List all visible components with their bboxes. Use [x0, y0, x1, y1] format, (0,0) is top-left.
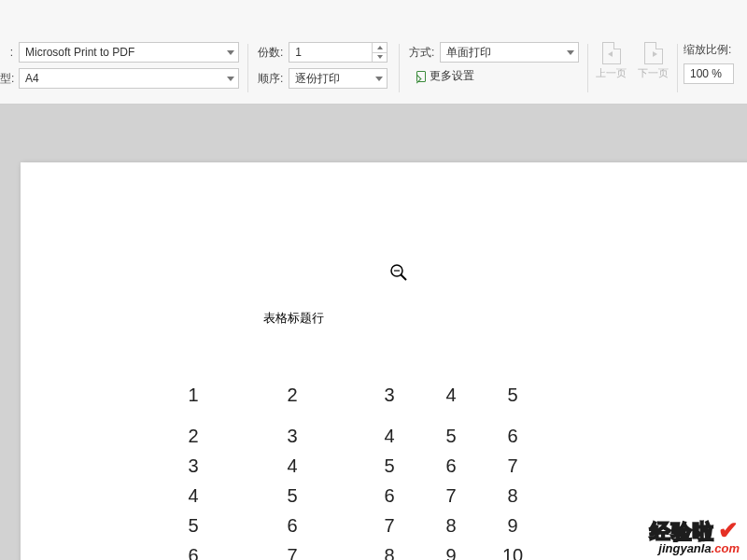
order-combo[interactable]: 逐份打印 [289, 68, 388, 89]
printer-combo[interactable]: Microsoft Print to PDF [19, 42, 239, 63]
table-cell: 6 [359, 481, 420, 511]
toolbar-inner: : Microsoft Print to PDF 型: A4 份数: 1 [0, 42, 747, 104]
magnifier-cursor-icon [389, 263, 408, 282]
table-row: 1 2 3 4 5 [161, 385, 543, 421]
table-row: 3 4 5 6 7 [161, 451, 543, 481]
table-cell: 7 [359, 511, 420, 540]
table-row: 5 6 7 8 9 [161, 511, 543, 540]
table-cell: 7 [482, 451, 543, 481]
group-mode: 方式: 单面打印 更多设置 [400, 42, 588, 98]
paper-combo[interactable]: A4 [19, 68, 239, 89]
group-page-nav: 上一页 下一页 [588, 42, 678, 98]
row-copies: 份数: 1 [258, 42, 390, 63]
chevron-down-icon [227, 77, 234, 81]
table-cell: 9 [482, 511, 543, 540]
table-title-row: 表格标题行 [263, 310, 324, 327]
table-cell: 8 [482, 481, 543, 511]
table-cell: 5 [420, 421, 482, 451]
table-cell: 9 [420, 540, 482, 560]
table-cell: 6 [482, 421, 543, 451]
row-paper: 型: A4 [0, 68, 239, 89]
table-row: 2 3 4 5 6 [161, 421, 543, 451]
row-more-settings: 更多设置 [413, 68, 579, 84]
table-cell: 2 [226, 385, 359, 421]
table-cell: 7 [226, 540, 359, 560]
spinner-buttons [372, 43, 387, 62]
table-cell: 5 [226, 481, 359, 511]
prev-page-label: 上一页 [596, 66, 627, 80]
table-cell: 5 [161, 511, 226, 540]
group-copies: 份数: 1 顺序: 逐份打印 [248, 42, 400, 98]
table-cell: 3 [226, 421, 359, 451]
table-cell: 3 [359, 385, 420, 421]
toolbar: : Microsoft Print to PDF 型: A4 份数: 1 [0, 0, 747, 105]
chevron-down-icon [567, 50, 574, 55]
table-cell: 10 [482, 540, 543, 560]
paper-label: 型: [0, 71, 13, 87]
spinner-up[interactable] [373, 43, 387, 52]
table-cell: 8 [359, 540, 420, 560]
paper-page: 表格标题行 1 2 3 4 5 2 3 4 5 6 3 4 5 6 7 [21, 162, 747, 560]
copies-label: 份数: [258, 45, 283, 61]
table-cell: 8 [420, 511, 482, 540]
copies-spinner[interactable]: 1 [289, 42, 388, 63]
table-cell: 6 [161, 540, 226, 560]
table-cell: 5 [482, 385, 543, 421]
zoom-label: 缩放比例: [684, 42, 743, 58]
table-row: 4 5 6 7 8 [161, 481, 543, 511]
group-printer: : Microsoft Print to PDF 型: A4 [0, 42, 248, 98]
more-settings-link[interactable]: 更多设置 [413, 68, 474, 84]
table-cell: 4 [359, 421, 420, 451]
table-cell: 7 [420, 481, 482, 511]
svg-point-0 [391, 265, 402, 276]
chevron-up-icon [377, 46, 383, 49]
next-page-button: 下一页 [638, 42, 669, 80]
svg-line-1 [401, 274, 406, 280]
row-printer: : Microsoft Print to PDF [0, 42, 239, 63]
zoom-value: 100 % [690, 67, 722, 80]
mode-value: 单面打印 [446, 45, 491, 61]
table-cell: 1 [161, 385, 226, 421]
order-value: 逐份打印 [295, 71, 340, 87]
next-page-label: 下一页 [638, 66, 669, 80]
row-mode: 方式: 单面打印 [409, 42, 579, 63]
group-zoom: 缩放比例: 100 % [678, 42, 743, 98]
table-cell: 4 [226, 451, 359, 481]
row-order: 顺序: 逐份打印 [258, 68, 390, 89]
table-cell: 2 [161, 421, 226, 451]
print-preview-area[interactable]: 表格标题行 1 2 3 4 5 2 3 4 5 6 3 4 5 6 7 [0, 105, 747, 560]
mode-combo[interactable]: 单面打印 [440, 42, 579, 63]
table-cell: 5 [359, 451, 420, 481]
prev-page-icon [602, 42, 621, 64]
zoom-combo[interactable]: 100 % [684, 63, 734, 84]
table-cell: 3 [161, 451, 226, 481]
spinner-down[interactable] [373, 52, 387, 63]
next-page-icon [644, 42, 663, 64]
copies-value: 1 [295, 46, 302, 59]
table-cell: 4 [161, 481, 226, 511]
settings-page-icon [413, 70, 426, 83]
chevron-down-icon [227, 50, 234, 55]
table-cell: 6 [226, 511, 359, 540]
prev-page-button: 上一页 [596, 42, 627, 80]
printer-value: Microsoft Print to PDF [25, 46, 134, 59]
paper-value: A4 [25, 72, 39, 85]
order-label: 顺序: [258, 71, 283, 87]
more-settings-text: 更多设置 [430, 68, 474, 84]
chevron-down-icon [375, 77, 383, 81]
data-table: 1 2 3 4 5 2 3 4 5 6 3 4 5 6 7 4 [161, 385, 543, 560]
chevron-down-icon [377, 55, 383, 59]
table-cell: 4 [420, 385, 482, 421]
mode-label: 方式: [409, 45, 434, 61]
printer-label: : [0, 46, 13, 59]
table-cell: 6 [420, 451, 482, 481]
table-row: 6 7 8 9 10 [161, 540, 543, 560]
